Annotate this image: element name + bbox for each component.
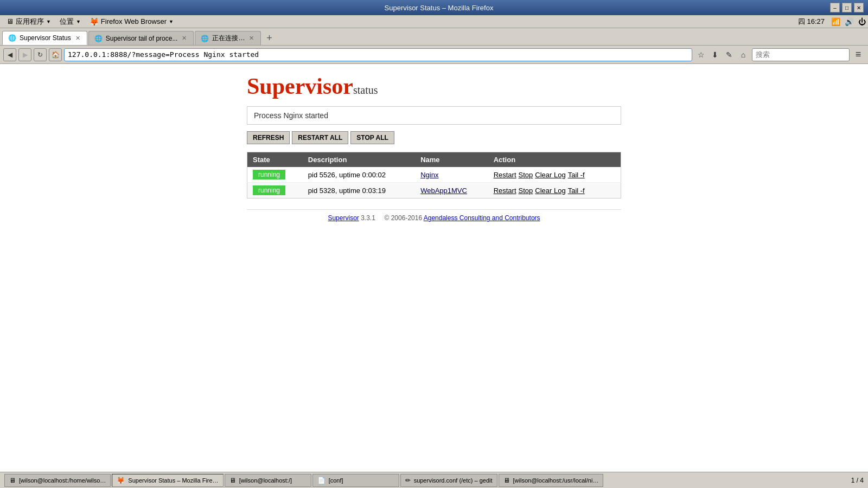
address-input[interactable] bbox=[64, 48, 692, 61]
status-badge-1: running bbox=[253, 185, 285, 195]
addressbar: ◀ ▶ ↻ 🏠 ☆ ⬇ ✎ ⌂ ≡ bbox=[0, 46, 868, 64]
col-header-state: State bbox=[247, 152, 303, 168]
process-table: State Description Name Action running pi… bbox=[247, 152, 621, 198]
stop-all-button[interactable]: STOP ALL bbox=[350, 131, 394, 144]
titlebar-title: Supervisor Status – Mozilla Firefox bbox=[48, 4, 830, 12]
page-footer: Supervisor 3.3.1 © 2006-2016 Agendaless … bbox=[247, 209, 621, 226]
message-box: Process Nginx started bbox=[247, 106, 621, 125]
supervisor-logo: Supervisorstatus bbox=[247, 75, 621, 98]
action-restart-1[interactable]: Restart bbox=[494, 187, 516, 195]
bookmark-star-icon[interactable]: ☆ bbox=[694, 48, 707, 61]
close-button[interactable]: ✕ bbox=[854, 3, 864, 12]
cell-name-1: WebApp1MVC bbox=[415, 183, 488, 198]
process-link-1[interactable]: WebApp1MVC bbox=[420, 187, 467, 195]
maximize-button[interactable]: □ bbox=[842, 3, 852, 12]
table-row: running pid 5328, uptime 0:03:19 WebApp1… bbox=[247, 183, 621, 198]
back-button[interactable]: ◀ bbox=[3, 48, 16, 61]
taskbar-item[interactable]: 🖥[wilson@localhost:/home/wilso… bbox=[4, 474, 111, 487]
statusbar: 🖥[wilson@localhost:/home/wilso…🦊Supervis… bbox=[0, 472, 868, 488]
titlebar: Supervisor Status – Mozilla Firefox – □ … bbox=[0, 0, 868, 15]
browser-content: Supervisorstatus Process Nginx started R… bbox=[0, 64, 868, 472]
new-tab-button[interactable]: + bbox=[262, 31, 276, 45]
menu-apps[interactable]: 🖥 应用程序 ▼ bbox=[2, 16, 55, 28]
power-icon: ⏻ bbox=[858, 17, 866, 26]
footer-supervisor-link[interactable]: Supervisor bbox=[328, 214, 359, 222]
menubar: 🖥 应用程序 ▼ 位置 ▼ 🦊 Firefox Web Browser ▼ 四 … bbox=[0, 15, 868, 28]
action-clear-log-1[interactable]: Clear Log bbox=[535, 187, 565, 195]
taskbar-item[interactable]: 🦊Supervisor Status – Mozilla Fire… bbox=[112, 474, 223, 487]
taskbar-items: 🖥[wilson@localhost:/home/wilso…🦊Supervis… bbox=[4, 474, 603, 487]
col-header-description: Description bbox=[303, 152, 415, 168]
tab-icon-3: 🌐 bbox=[201, 35, 209, 42]
supervisor-page: Supervisorstatus Process Nginx started R… bbox=[236, 75, 632, 226]
logo-text-main: Supervisor bbox=[247, 74, 353, 99]
hamburger-menu-icon[interactable]: ≡ bbox=[852, 48, 865, 61]
menu-firefox[interactable]: 🦊 Firefox Web Browser ▼ bbox=[85, 16, 178, 27]
action-restart-0[interactable]: Restart bbox=[494, 171, 516, 179]
taskbar-item[interactable]: ✏supervisord.conf (/etc) – gedit bbox=[400, 474, 497, 487]
volume-icon: 🔊 bbox=[845, 17, 854, 26]
bookmark-download-icon[interactable]: ⬇ bbox=[709, 48, 722, 61]
cell-description-0: pid 5526, uptime 0:00:02 bbox=[303, 167, 415, 183]
forward-button[interactable]: ▶ bbox=[18, 48, 31, 61]
taskbar-item[interactable]: 🖥[wilson@localhost:/] bbox=[225, 474, 311, 487]
logo-text-sub: status bbox=[353, 84, 378, 96]
reload-button[interactable]: ↻ bbox=[34, 48, 47, 61]
status-badge-0: running bbox=[253, 170, 285, 179]
network-icon: 📶 bbox=[831, 17, 840, 26]
cell-state-1: running bbox=[247, 183, 303, 198]
tab-connecting[interactable]: 🌐 正在连接… ✕ bbox=[195, 31, 261, 45]
taskbar-item[interactable]: 🖥[wilson@localhost:/usr/local/ni… bbox=[499, 474, 604, 487]
minimize-button[interactable]: – bbox=[830, 3, 840, 12]
action-stop-0[interactable]: Stop bbox=[519, 171, 533, 179]
taskbar-item[interactable]: 📄[conf] bbox=[312, 474, 399, 487]
action-buttons: REFRESH RESTART ALL STOP ALL bbox=[247, 131, 621, 144]
page-count: 1 / 4 bbox=[851, 477, 864, 484]
cell-state-0: running bbox=[247, 167, 303, 183]
refresh-button[interactable]: REFRESH bbox=[247, 131, 290, 144]
tab-icon-1: 🌐 bbox=[8, 34, 16, 42]
table-row: running pid 5526, uptime 0:00:02 Nginx R… bbox=[247, 167, 621, 183]
tab-close-3[interactable]: ✕ bbox=[248, 34, 255, 42]
bookmark-edit-icon[interactable]: ✎ bbox=[723, 48, 736, 61]
tab-close-1[interactable]: ✕ bbox=[74, 34, 81, 42]
cell-actions-0: RestartStopClear LogTail -f bbox=[488, 167, 621, 183]
restart-all-button[interactable]: RESTART ALL bbox=[292, 131, 348, 144]
action-tail--f-0[interactable]: Tail -f bbox=[568, 171, 585, 179]
action-tail--f-1[interactable]: Tail -f bbox=[568, 187, 585, 195]
cell-actions-1: RestartStopClear LogTail -f bbox=[488, 183, 621, 198]
tab-icon-2: 🌐 bbox=[94, 35, 103, 42]
titlebar-controls: – □ ✕ bbox=[830, 3, 864, 12]
tab-close-2[interactable]: ✕ bbox=[181, 34, 188, 42]
footer-version: 3.3.1 bbox=[361, 214, 375, 222]
home-nav-icon[interactable]: ⌂ bbox=[737, 48, 750, 61]
action-clear-log-0[interactable]: Clear Log bbox=[535, 171, 565, 179]
tab-supervisor-tail[interactable]: 🌐 Supervisor tail of proce... ✕ bbox=[88, 31, 194, 45]
home-button[interactable]: 🏠 bbox=[49, 48, 62, 61]
footer-copyright: © 2006-2016 bbox=[385, 214, 423, 222]
col-header-action: Action bbox=[488, 152, 621, 168]
tabbar: 🌐 Supervisor Status ✕ 🌐 Supervisor tail … bbox=[0, 28, 868, 46]
action-stop-1[interactable]: Stop bbox=[519, 187, 533, 195]
process-link-0[interactable]: Nginx bbox=[420, 171, 438, 179]
menu-position[interactable]: 位置 ▼ bbox=[55, 16, 85, 28]
system-icons: 📶 🔊 ⏻ bbox=[831, 17, 866, 26]
cell-description-1: pid 5328, uptime 0:03:19 bbox=[303, 183, 415, 198]
tab-supervisor-status[interactable]: 🌐 Supervisor Status ✕ bbox=[2, 31, 87, 45]
search-input[interactable] bbox=[752, 48, 850, 61]
cell-name-0: Nginx bbox=[415, 167, 488, 183]
footer-contributors-link[interactable]: Agendaless Consulting and Contributors bbox=[424, 214, 540, 222]
system-time: 四 16:27 bbox=[798, 17, 825, 27]
col-header-name: Name bbox=[415, 152, 488, 168]
